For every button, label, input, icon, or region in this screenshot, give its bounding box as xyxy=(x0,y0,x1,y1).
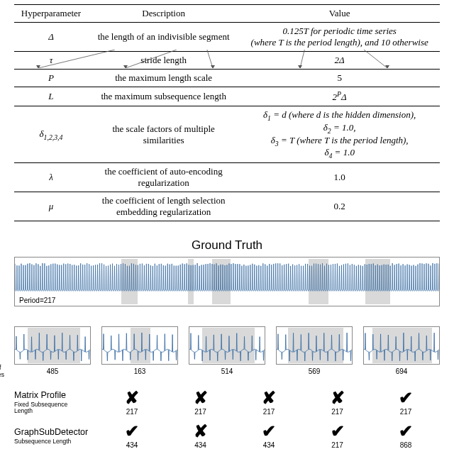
svg-line-0 xyxy=(38,50,115,68)
zoom-box: 3 514 xyxy=(189,326,265,375)
value: δ1 = d (where d is the hidden dimension)… xyxy=(239,106,440,162)
method-row: GraphSubDetector Subsequence Length 434 … xyxy=(14,423,440,449)
result-cell: 217 xyxy=(167,389,235,416)
result-cell: 434 xyxy=(235,423,303,449)
desc: the coefficient of length selection embe… xyxy=(88,192,239,221)
param-p: P xyxy=(14,70,88,87)
check-icon xyxy=(235,423,303,440)
figure-title: Ground Truth xyxy=(14,238,440,253)
subseq-length-value: 217 xyxy=(98,408,166,416)
result-cell: 217 xyxy=(304,423,372,449)
subseq-length-value: 217 xyxy=(372,408,440,416)
desc: the scale factors of multiple similariti… xyxy=(88,106,239,162)
method-name: Matrix Profile xyxy=(14,390,98,400)
value: 2PΔ xyxy=(239,87,440,106)
result-cell: 217 xyxy=(235,389,303,416)
check-icon xyxy=(372,389,440,406)
anomaly-length: 485 xyxy=(14,367,91,375)
subseq-length-value: 217 xyxy=(304,441,372,449)
col-hyperparam: Hyperparameter xyxy=(14,5,88,23)
value: 0.125T for periodic time series (where T… xyxy=(239,23,440,52)
hyperparameter-table: Hyperparameter Description Value Δ the l… xyxy=(14,4,440,221)
param-mu: μ xyxy=(14,192,88,221)
cross-icon xyxy=(167,389,235,406)
check-icon xyxy=(372,423,440,440)
svg-line-8 xyxy=(364,50,387,68)
param-l: L xyxy=(14,87,88,106)
result-cell: 868 xyxy=(372,423,440,449)
param-lambda: λ xyxy=(14,162,88,192)
cross-icon xyxy=(304,389,372,406)
col-description: Description xyxy=(88,5,239,23)
value: 5 xyxy=(239,70,440,87)
subseq-length-value: 217 xyxy=(235,408,303,416)
svg-marker-5 xyxy=(211,65,215,68)
subseq-length-value: 434 xyxy=(98,441,166,449)
cross-icon xyxy=(235,389,303,406)
desc: the coefficient of auto-encoding regular… xyxy=(88,162,239,192)
result-cell: 217 xyxy=(372,389,440,416)
result-cell: 217 xyxy=(98,389,166,416)
result-cell: 217 xyxy=(304,389,372,416)
subseq-length-value: 868 xyxy=(372,441,440,449)
method-row: Matrix Profile Fixed Subsequence Length … xyxy=(14,389,440,416)
desc: the maximum subsequence length xyxy=(88,87,239,106)
svg-line-2 xyxy=(126,50,177,68)
result-cell: 434 xyxy=(167,423,235,449)
result-cell: 434 xyxy=(98,423,166,449)
zoom-box: 2 163 xyxy=(101,326,178,375)
zoom-box: 1 485 xyxy=(14,326,91,375)
zoom-box: 5 694 xyxy=(363,326,440,375)
figure-ground-truth: Ground Truth Period=217 Length of Anomal… xyxy=(14,238,440,449)
anomaly-length: 694 xyxy=(363,367,440,375)
method-subtitle: Subsequence Length xyxy=(14,438,98,445)
svg-marker-7 xyxy=(298,65,302,68)
cross-icon xyxy=(98,389,166,406)
subseq-length-value: 217 xyxy=(304,408,372,416)
subseq-length-value: 217 xyxy=(167,408,235,416)
param-deltas: δ1,2,3,4 xyxy=(14,106,88,162)
desc: the length of an indivisible segment xyxy=(88,23,239,52)
method-subtitle: Fixed Subsequence Length xyxy=(14,402,98,415)
length-of-anomalies-label: Length of Anomalies xyxy=(0,365,11,379)
check-icon xyxy=(98,423,166,440)
period-label: Period=217 xyxy=(18,297,57,304)
desc: the maximum length scale xyxy=(88,70,239,87)
cross-icon xyxy=(167,423,235,440)
zoom-box: 4 569 xyxy=(276,326,353,375)
anomaly-length: 163 xyxy=(101,367,178,375)
value: 1.0 xyxy=(239,162,440,192)
subseq-length-value: 434 xyxy=(167,441,235,449)
check-icon xyxy=(304,423,372,440)
col-value: Value xyxy=(239,5,440,23)
anomaly-length: 514 xyxy=(189,367,265,375)
overview-plot: Period=217 xyxy=(14,257,440,306)
anomaly-length: 569 xyxy=(276,367,353,375)
value: 0.2 xyxy=(239,192,440,221)
param-delta: Δ xyxy=(14,23,88,52)
subseq-length-value: 434 xyxy=(235,441,303,449)
method-name: GraphSubDetector xyxy=(14,427,98,437)
